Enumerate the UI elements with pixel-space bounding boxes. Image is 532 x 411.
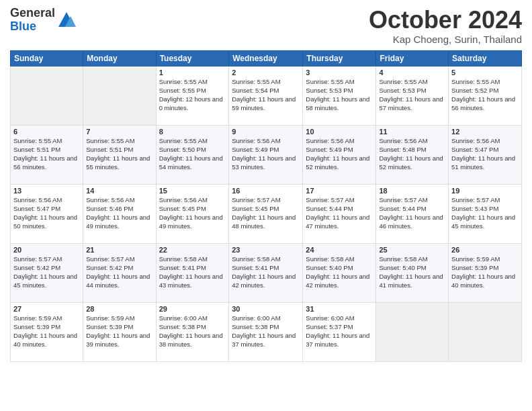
day-info: Sunrise: 5:55 AMSunset: 5:53 PMDaylight:… xyxy=(306,77,373,113)
day-number: 30 xyxy=(232,305,300,313)
calendar-cell: 12Sunrise: 5:56 AMSunset: 5:47 PMDayligh… xyxy=(449,125,522,184)
day-number: 9 xyxy=(232,128,300,136)
day-number: 25 xyxy=(379,246,445,254)
day-number: 26 xyxy=(451,246,519,254)
calendar-cell: 8Sunrise: 5:55 AMSunset: 5:50 PMDaylight… xyxy=(156,125,229,184)
day-number: 5 xyxy=(451,68,519,77)
day-info: Sunrise: 5:55 AMSunset: 5:51 PMDaylight:… xyxy=(13,136,80,172)
calendar-cell: 27Sunrise: 5:59 AMSunset: 5:39 PMDayligh… xyxy=(11,302,83,361)
day-number: 4 xyxy=(379,68,445,77)
day-info: Sunrise: 5:58 AMSunset: 5:41 PMDaylight:… xyxy=(159,255,226,290)
day-number: 15 xyxy=(159,187,226,195)
day-number: 28 xyxy=(86,305,152,313)
weekday-header: Thursday xyxy=(303,50,376,66)
day-number: 13 xyxy=(13,187,80,195)
month-title: October 2024 xyxy=(369,7,522,34)
day-number: 22 xyxy=(159,246,226,254)
day-number: 20 xyxy=(13,246,80,254)
calendar-cell: 22Sunrise: 5:58 AMSunset: 5:41 PMDayligh… xyxy=(156,243,229,302)
calendar-cell: 13Sunrise: 5:56 AMSunset: 5:47 PMDayligh… xyxy=(11,184,83,243)
calendar-cell: 26Sunrise: 5:59 AMSunset: 5:39 PMDayligh… xyxy=(449,243,522,302)
day-info: Sunrise: 6:00 AMSunset: 5:38 PMDaylight:… xyxy=(232,314,300,349)
day-number: 14 xyxy=(86,187,152,195)
weekday-header: Wednesday xyxy=(229,50,303,66)
day-info: Sunrise: 5:59 AMSunset: 5:39 PMDaylight:… xyxy=(451,255,519,290)
day-number: 19 xyxy=(451,187,519,195)
day-number: 10 xyxy=(306,128,373,136)
day-info: Sunrise: 5:56 AMSunset: 5:45 PMDaylight:… xyxy=(159,195,226,231)
day-number: 27 xyxy=(13,305,80,313)
calendar-week-row: 27Sunrise: 5:59 AMSunset: 5:39 PMDayligh… xyxy=(11,302,522,361)
calendar-cell: 29Sunrise: 6:00 AMSunset: 5:38 PMDayligh… xyxy=(156,302,229,361)
calendar-week-row: 1Sunrise: 5:55 AMSunset: 5:55 PMDaylight… xyxy=(11,66,522,125)
day-info: Sunrise: 5:56 AMSunset: 5:49 PMDaylight:… xyxy=(306,136,373,172)
day-info: Sunrise: 5:56 AMSunset: 5:46 PMDaylight:… xyxy=(86,195,152,231)
calendar-cell: 2Sunrise: 5:55 AMSunset: 5:54 PMDaylight… xyxy=(229,66,303,125)
day-number: 2 xyxy=(232,68,300,77)
day-info: Sunrise: 5:57 AMSunset: 5:44 PMDaylight:… xyxy=(306,195,373,231)
calendar-cell: 1Sunrise: 5:55 AMSunset: 5:55 PMDaylight… xyxy=(156,66,229,125)
calendar-cell: 9Sunrise: 5:56 AMSunset: 5:49 PMDaylight… xyxy=(229,125,303,184)
day-number: 31 xyxy=(306,305,373,313)
day-info: Sunrise: 5:56 AMSunset: 5:47 PMDaylight:… xyxy=(451,136,519,172)
day-number: 23 xyxy=(232,246,300,254)
calendar-cell: 20Sunrise: 5:57 AMSunset: 5:42 PMDayligh… xyxy=(11,243,83,302)
page-container: General Blue October 2024 Kap Choeng, Su… xyxy=(0,0,532,411)
calendar-cell: 11Sunrise: 5:56 AMSunset: 5:48 PMDayligh… xyxy=(376,125,449,184)
calendar-cell: 4Sunrise: 5:55 AMSunset: 5:53 PMDaylight… xyxy=(376,66,449,125)
calendar-cell: 17Sunrise: 5:57 AMSunset: 5:44 PMDayligh… xyxy=(303,184,376,243)
calendar-cell xyxy=(376,302,449,361)
calendar-week-row: 6Sunrise: 5:55 AMSunset: 5:51 PMDaylight… xyxy=(11,125,522,184)
day-info: Sunrise: 5:57 AMSunset: 5:42 PMDaylight:… xyxy=(86,255,152,290)
calendar-cell: 30Sunrise: 6:00 AMSunset: 5:38 PMDayligh… xyxy=(229,302,303,361)
calendar-cell xyxy=(83,66,156,125)
day-info: Sunrise: 5:55 AMSunset: 5:54 PMDaylight:… xyxy=(232,77,300,113)
calendar-cell: 6Sunrise: 5:55 AMSunset: 5:51 PMDaylight… xyxy=(11,125,83,184)
day-number: 21 xyxy=(86,246,152,254)
calendar-week-row: 20Sunrise: 5:57 AMSunset: 5:42 PMDayligh… xyxy=(11,243,522,302)
day-info: Sunrise: 5:55 AMSunset: 5:55 PMDaylight:… xyxy=(159,77,226,113)
header: General Blue October 2024 Kap Choeng, Su… xyxy=(10,7,522,45)
calendar-cell: 21Sunrise: 5:57 AMSunset: 5:42 PMDayligh… xyxy=(83,243,156,302)
title-block: October 2024 Kap Choeng, Surin, Thailand xyxy=(369,7,522,45)
day-info: Sunrise: 5:55 AMSunset: 5:53 PMDaylight:… xyxy=(379,77,445,113)
calendar-cell: 5Sunrise: 5:55 AMSunset: 5:52 PMDaylight… xyxy=(449,66,522,125)
calendar-header-row: SundayMondayTuesdayWednesdayThursdayFrid… xyxy=(11,50,522,66)
calendar-cell: 15Sunrise: 5:56 AMSunset: 5:45 PMDayligh… xyxy=(156,184,229,243)
calendar-cell: 25Sunrise: 5:58 AMSunset: 5:40 PMDayligh… xyxy=(376,243,449,302)
calendar-cell: 3Sunrise: 5:55 AMSunset: 5:53 PMDaylight… xyxy=(303,66,376,125)
day-number: 3 xyxy=(306,68,373,77)
logo-icon xyxy=(57,11,76,30)
day-info: Sunrise: 5:58 AMSunset: 5:40 PMDaylight:… xyxy=(379,255,445,290)
day-info: Sunrise: 5:57 AMSunset: 5:45 PMDaylight:… xyxy=(232,195,300,231)
day-info: Sunrise: 5:57 AMSunset: 5:42 PMDaylight:… xyxy=(13,255,80,290)
day-info: Sunrise: 5:58 AMSunset: 5:40 PMDaylight:… xyxy=(306,255,373,290)
day-info: Sunrise: 5:55 AMSunset: 5:52 PMDaylight:… xyxy=(451,77,519,113)
day-number: 8 xyxy=(159,128,226,136)
calendar-cell: 28Sunrise: 5:59 AMSunset: 5:39 PMDayligh… xyxy=(83,302,156,361)
weekday-header: Sunday xyxy=(11,50,83,66)
day-number: 24 xyxy=(306,246,373,254)
day-number: 16 xyxy=(232,187,300,195)
calendar-cell xyxy=(11,66,83,125)
calendar-cell: 23Sunrise: 5:58 AMSunset: 5:41 PMDayligh… xyxy=(229,243,303,302)
calendar-cell: 7Sunrise: 5:55 AMSunset: 5:51 PMDaylight… xyxy=(83,125,156,184)
day-number: 17 xyxy=(306,187,373,195)
day-info: Sunrise: 5:55 AMSunset: 5:51 PMDaylight:… xyxy=(86,136,152,172)
calendar-cell: 16Sunrise: 5:57 AMSunset: 5:45 PMDayligh… xyxy=(229,184,303,243)
day-number: 18 xyxy=(379,187,445,195)
calendar-cell: 14Sunrise: 5:56 AMSunset: 5:46 PMDayligh… xyxy=(83,184,156,243)
calendar-cell xyxy=(449,302,522,361)
day-info: Sunrise: 5:58 AMSunset: 5:41 PMDaylight:… xyxy=(232,255,300,290)
day-number: 7 xyxy=(86,128,152,136)
day-info: Sunrise: 5:56 AMSunset: 5:49 PMDaylight:… xyxy=(232,136,300,172)
day-info: Sunrise: 5:56 AMSunset: 5:47 PMDaylight:… xyxy=(13,195,80,231)
weekday-header: Tuesday xyxy=(156,50,229,66)
day-info: Sunrise: 5:57 AMSunset: 5:43 PMDaylight:… xyxy=(451,195,519,231)
day-info: Sunrise: 5:55 AMSunset: 5:50 PMDaylight:… xyxy=(159,136,226,172)
weekday-header: Saturday xyxy=(449,50,522,66)
day-number: 12 xyxy=(451,128,519,136)
calendar-cell: 24Sunrise: 5:58 AMSunset: 5:40 PMDayligh… xyxy=(303,243,376,302)
calendar-cell: 10Sunrise: 5:56 AMSunset: 5:49 PMDayligh… xyxy=(303,125,376,184)
day-number: 29 xyxy=(159,305,226,313)
